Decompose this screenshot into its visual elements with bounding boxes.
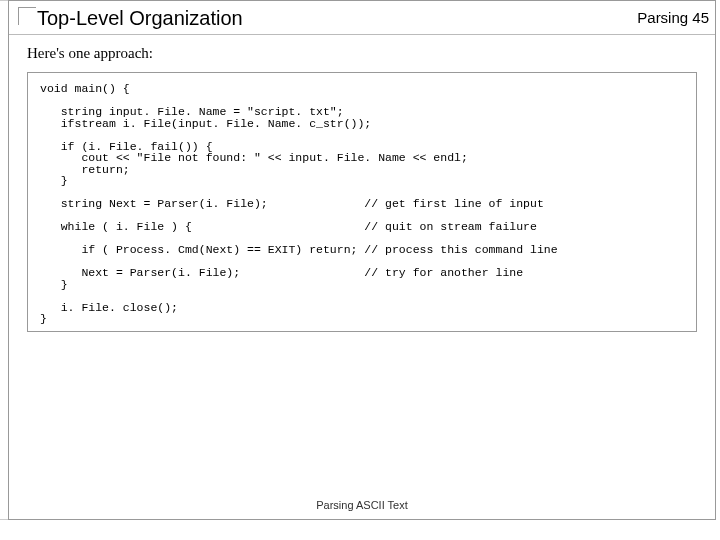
slide-content: Here's one approach: void main() { strin… xyxy=(9,35,715,332)
left-margin-strip xyxy=(0,0,8,520)
slide-title: Top-Level Organization xyxy=(37,7,243,29)
slide-meta: Parsing 45 xyxy=(637,9,709,26)
code-block: void main() { string input. File. Name =… xyxy=(27,72,697,332)
slide-footer: Parsing ASCII Text xyxy=(9,499,715,511)
section-label: Parsing xyxy=(637,9,688,26)
slide-body: Top-Level Organization Parsing 45 Here's… xyxy=(8,0,716,520)
lead-text: Here's one approach: xyxy=(27,45,697,62)
page-number: 45 xyxy=(692,9,709,26)
slide-header: Top-Level Organization Parsing 45 xyxy=(9,1,715,35)
